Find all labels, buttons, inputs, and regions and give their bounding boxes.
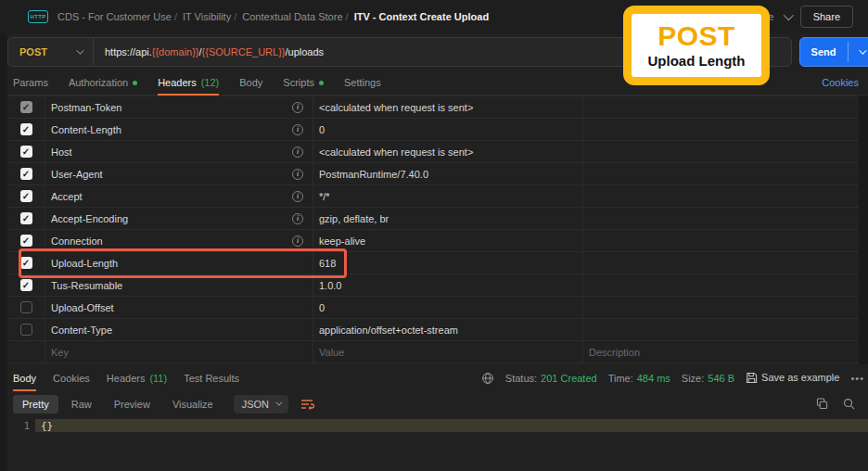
header-key[interactable]: Content-Length bbox=[51, 124, 121, 135]
tab-scripts[interactable]: Scripts bbox=[283, 70, 324, 95]
header-checkbox[interactable]: ✓ bbox=[20, 123, 32, 135]
tab-headers[interactable]: Headers (11) bbox=[107, 365, 167, 390]
header-value[interactable]: 618 bbox=[319, 258, 336, 269]
tab-body[interactable]: Body bbox=[239, 70, 262, 95]
send-label[interactable]: Send bbox=[799, 37, 848, 67]
header-description[interactable] bbox=[582, 208, 859, 229]
info-icon[interactable]: i bbox=[292, 213, 303, 224]
view-tab-preview[interactable]: Preview bbox=[105, 395, 160, 414]
method-chevron-icon bbox=[76, 46, 83, 54]
header-checkbox[interactable]: ✓ bbox=[20, 190, 32, 202]
header-checkbox[interactable]: ✓ bbox=[20, 146, 32, 158]
header-description[interactable] bbox=[582, 319, 859, 340]
header-key[interactable]: Upload-Length bbox=[51, 258, 118, 269]
header-value[interactable]: 0 bbox=[319, 302, 325, 313]
header-description[interactable] bbox=[582, 119, 859, 140]
header-value[interactable]: */* bbox=[319, 191, 330, 202]
header-value[interactable]: 0 bbox=[319, 124, 325, 135]
tab-test-results[interactable]: Test Results bbox=[184, 365, 239, 390]
breadcrumb-item[interactable]: IT Visibility bbox=[183, 11, 231, 22]
language-dropdown[interactable]: JSON bbox=[234, 395, 288, 414]
table-scrollbar-track[interactable] bbox=[859, 95, 868, 364]
header-checkbox[interactable]: ✓ bbox=[20, 301, 32, 313]
save-as-example-button[interactable]: Save as example bbox=[746, 372, 839, 384]
header-checkbox[interactable]: ✓ bbox=[20, 235, 32, 247]
header-description[interactable] bbox=[582, 252, 859, 274]
info-icon[interactable]: i bbox=[292, 236, 303, 247]
left-edge-strip bbox=[0, 33, 7, 471]
header-value[interactable]: <calculated when request is sent> bbox=[319, 102, 473, 113]
header-checkbox[interactable]: ✓ bbox=[20, 168, 32, 180]
breadcrumb-item[interactable]: Contextual Data Store bbox=[242, 11, 342, 22]
breadcrumb-separator: / bbox=[234, 11, 236, 22]
response-body-editor[interactable]: 1 {} bbox=[0, 415, 868, 471]
header-value[interactable]: keep-alive bbox=[319, 236, 365, 247]
header-key[interactable]: Tus-Resumable bbox=[51, 280, 122, 291]
callout-subtitle: Upload Length bbox=[648, 53, 746, 69]
breadcrumb-item[interactable]: CDS - For Customer Use bbox=[57, 11, 172, 22]
header-checkbox[interactable]: ✓ bbox=[20, 257, 32, 269]
view-tab-pretty[interactable]: Pretty bbox=[13, 395, 58, 414]
url-input[interactable]: https://api.{{domain}}/{{SOURCE_URL}}/up… bbox=[94, 46, 324, 57]
header-key[interactable]: Key bbox=[51, 347, 69, 358]
info-icon[interactable]: i bbox=[292, 146, 303, 158]
view-tab-visualize[interactable]: Visualize bbox=[163, 395, 223, 414]
header-checkbox[interactable]: ✓ bbox=[20, 324, 32, 336]
header-description[interactable] bbox=[582, 297, 859, 318]
more-options-icon[interactable]: ••• bbox=[850, 373, 864, 384]
callout-title: POST bbox=[657, 22, 735, 50]
response-body-content[interactable]: {} bbox=[41, 420, 53, 432]
tab-settings[interactable]: Settings bbox=[344, 70, 381, 95]
header-description[interactable] bbox=[582, 163, 859, 185]
share-button[interactable]: Share bbox=[800, 6, 853, 28]
header-description[interactable] bbox=[582, 141, 859, 162]
network-icon[interactable] bbox=[481, 372, 494, 385]
header-key[interactable]: Upload-Offset bbox=[51, 302, 114, 313]
info-icon[interactable]: i bbox=[292, 169, 303, 180]
header-checkbox[interactable]: ✓ bbox=[20, 212, 32, 224]
header-description[interactable] bbox=[582, 185, 859, 207]
tab-body[interactable]: Body bbox=[13, 365, 36, 390]
language-chevron-icon bbox=[275, 400, 282, 406]
header-key[interactable]: Content-Type bbox=[51, 325, 112, 336]
tab-params[interactable]: Params bbox=[13, 70, 48, 95]
wrap-lines-icon[interactable] bbox=[300, 398, 314, 411]
header-checkbox[interactable]: ✓ bbox=[20, 279, 32, 291]
header-key[interactable]: Host bbox=[51, 146, 72, 158]
header-description[interactable] bbox=[582, 274, 859, 296]
view-tab-raw[interactable]: Raw bbox=[62, 395, 101, 414]
header-checkbox[interactable]: ✓ bbox=[20, 101, 32, 113]
save-options-chevron-icon[interactable] bbox=[783, 10, 793, 20]
header-value[interactable]: Value bbox=[319, 347, 344, 358]
header-key[interactable]: Accept bbox=[51, 191, 83, 202]
info-icon[interactable]: i bbox=[292, 102, 303, 113]
tab-cookies[interactable]: Cookies bbox=[53, 365, 90, 390]
search-icon[interactable] bbox=[843, 398, 855, 410]
header-key[interactable]: Postman-Token bbox=[51, 102, 121, 113]
cookies-link[interactable]: Cookies bbox=[822, 77, 859, 88]
method-dropdown[interactable]: POST bbox=[8, 38, 94, 66]
annotation-callout: POST Upload Length bbox=[623, 6, 770, 85]
header-key[interactable]: Accept-Encoding bbox=[51, 213, 128, 224]
size-value: 546 B bbox=[708, 373, 734, 384]
header-description[interactable] bbox=[582, 96, 859, 118]
copy-icon[interactable] bbox=[816, 398, 828, 410]
header-value[interactable]: gzip, deflate, br bbox=[319, 213, 389, 224]
header-key[interactable]: Connection bbox=[51, 236, 103, 247]
header-description[interactable] bbox=[582, 230, 859, 251]
tab-authorization[interactable]: Authorization bbox=[69, 70, 137, 95]
tab-headers[interactable]: Headers (12) bbox=[158, 70, 219, 95]
header-value[interactable]: PostmanRuntime/7.40.0 bbox=[319, 169, 428, 180]
header-value[interactable]: application/offset+octet-stream bbox=[319, 325, 458, 336]
url-variable: {{SOURCE_URL}} bbox=[202, 46, 286, 57]
header-key[interactable]: User-Agent bbox=[51, 169, 103, 180]
header-description[interactable]: Description bbox=[582, 341, 859, 363]
info-icon[interactable]: i bbox=[292, 191, 303, 202]
send-button[interactable]: Send bbox=[799, 37, 868, 67]
breadcrumb: CDS - For Customer Use /IT Visibility /C… bbox=[57, 11, 489, 22]
header-value[interactable]: 1.0.0 bbox=[319, 280, 341, 291]
info-icon[interactable]: i bbox=[292, 124, 303, 135]
send-options-button[interactable] bbox=[849, 37, 868, 67]
header-value[interactable]: <calculated when request is sent> bbox=[319, 146, 473, 158]
save-example-icon bbox=[746, 372, 758, 384]
